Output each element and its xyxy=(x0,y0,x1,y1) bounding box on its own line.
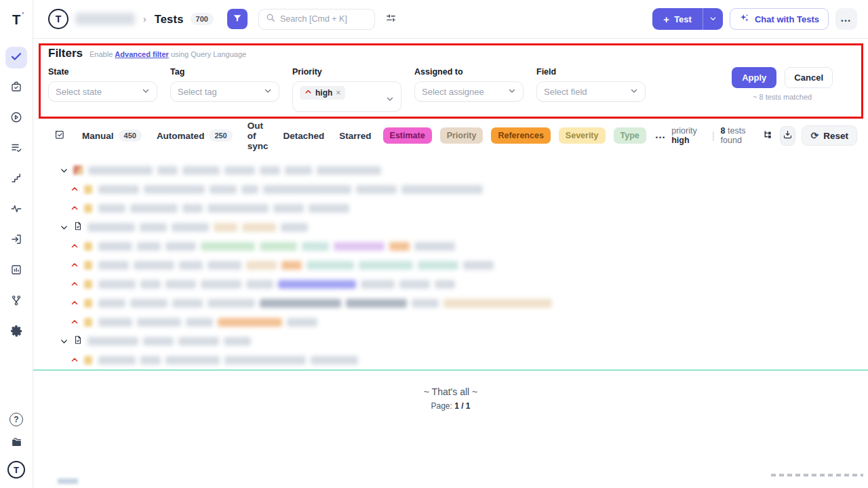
test-row[interactable] xyxy=(59,199,857,218)
toolbar-more-button[interactable]: ••• xyxy=(650,130,671,142)
chip-close-icon[interactable]: × xyxy=(336,88,340,98)
plus-icon: + xyxy=(663,14,669,25)
blurred-text xyxy=(399,280,430,289)
assigned-select[interactable]: Select assignee xyxy=(414,81,524,102)
test-row[interactable] xyxy=(59,293,857,312)
suite-row[interactable] xyxy=(59,218,857,237)
blurred-text xyxy=(463,261,494,270)
blurred-text xyxy=(260,299,341,308)
suite-row[interactable] xyxy=(59,331,857,350)
suite-row[interactable] xyxy=(59,161,857,180)
field-select[interactable]: Select field xyxy=(536,81,646,102)
logo-icon[interactable]: T' xyxy=(7,461,25,479)
briefcase-check-icon xyxy=(10,81,22,96)
project-logo[interactable]: T' xyxy=(48,9,68,29)
priority-chip[interactable]: high × xyxy=(300,86,345,100)
filter-toggle-button[interactable] xyxy=(227,9,248,29)
sidebar-item-tests[interactable] xyxy=(5,47,27,68)
tree-view-button[interactable] xyxy=(763,129,774,142)
field-badge-references[interactable]: References xyxy=(491,127,550,144)
search-box[interactable] xyxy=(258,9,375,30)
chevron-down-icon[interactable] xyxy=(59,337,68,346)
header-more-button[interactable]: ••• xyxy=(835,8,857,30)
blurred-text xyxy=(98,280,136,289)
subtitle-prefix: Enable xyxy=(90,50,113,58)
select-all-icon xyxy=(54,129,65,142)
field-badge-severity[interactable]: Severity xyxy=(559,127,606,144)
cancel-button[interactable]: Cancel xyxy=(785,67,833,88)
sidebar-item-runs[interactable] xyxy=(5,108,27,129)
blurred-text xyxy=(214,223,237,232)
chevron-down-icon[interactable] xyxy=(59,223,68,232)
tab-out-of-sync[interactable]: Out of sync xyxy=(240,117,276,155)
tab-automated[interactable]: Automated250 xyxy=(149,125,240,146)
import-icon xyxy=(10,233,22,248)
project-name-blurred[interactable] xyxy=(75,13,135,25)
blurred-text xyxy=(130,204,178,213)
sidebar-item-analytics[interactable] xyxy=(5,260,27,282)
download-button[interactable] xyxy=(780,126,795,146)
field-badge-type[interactable]: Type xyxy=(614,127,646,144)
sidebar-item-plans[interactable] xyxy=(5,138,27,160)
summary-value: high xyxy=(671,136,689,145)
blurred-text xyxy=(208,204,269,213)
test-row[interactable] xyxy=(59,256,857,274)
list-check-icon xyxy=(10,142,22,157)
new-test-label: Test xyxy=(674,14,692,24)
blurred-text xyxy=(281,223,308,232)
advanced-filter-link[interactable]: Advanced filter xyxy=(115,50,168,58)
blurred-text xyxy=(356,185,397,194)
blurred-text xyxy=(401,185,483,194)
chevron-down-icon[interactable] xyxy=(59,166,68,175)
test-row[interactable] xyxy=(59,237,857,256)
test-row[interactable] xyxy=(59,180,857,199)
page-title: Tests xyxy=(155,13,184,26)
select-all-button[interactable] xyxy=(54,129,65,142)
blurred-text xyxy=(98,318,132,327)
field-badge-estimate[interactable]: Estimate xyxy=(383,127,432,144)
folders-icon[interactable] xyxy=(10,436,23,451)
blurred-text xyxy=(317,166,381,175)
new-test-dropdown[interactable] xyxy=(703,8,723,30)
sidebar-item-pulse[interactable] xyxy=(5,199,27,221)
test-row[interactable] xyxy=(59,274,857,293)
priority-high-icon xyxy=(70,204,79,212)
sidebar-item-settings[interactable] xyxy=(5,321,27,343)
chat-with-tests-button[interactable]: Chat with Tests xyxy=(730,8,829,30)
view-settings-button[interactable] xyxy=(382,9,401,28)
test-row[interactable] xyxy=(59,350,857,369)
steps-icon xyxy=(10,172,22,187)
blurred-text xyxy=(98,299,125,308)
apply-button[interactable]: Apply xyxy=(732,67,776,88)
sidebar-item-suites[interactable] xyxy=(5,77,27,99)
blurred-text xyxy=(260,166,280,175)
field-badge-priority[interactable]: Priority xyxy=(440,127,484,144)
main-area: T' › Tests 700 xyxy=(33,0,868,488)
filter-group-priority: Priority high × xyxy=(292,67,414,112)
sidebar-item-steps[interactable] xyxy=(5,169,27,190)
blurred-text xyxy=(137,318,181,327)
tag-select[interactable]: Select tag xyxy=(170,81,279,102)
tab-detached[interactable]: Detached xyxy=(276,127,332,145)
help-icon[interactable]: ? xyxy=(9,413,23,426)
new-test-split-button[interactable]: +Test xyxy=(652,8,723,30)
blurred-star xyxy=(84,185,92,194)
tab-manual[interactable]: Manual450 xyxy=(75,125,149,146)
sidebar-item-branches[interactable] xyxy=(5,291,27,312)
test-row[interactable] xyxy=(59,312,857,331)
search-input[interactable] xyxy=(280,14,361,24)
tab-label: Starred xyxy=(339,131,371,141)
play-circle-icon xyxy=(10,111,22,126)
priority-select[interactable]: high × xyxy=(292,81,401,112)
gear-icon xyxy=(10,325,23,340)
blurred-text xyxy=(172,299,203,308)
state-select[interactable]: Select state xyxy=(48,81,157,102)
filter-summary: priority high xyxy=(671,126,706,145)
sidebar-item-import[interactable] xyxy=(5,230,27,251)
tag-label: Tag xyxy=(170,67,292,77)
blurred-star xyxy=(84,280,92,289)
sidebar-nav xyxy=(5,47,27,343)
reset-button[interactable]: ⟳ Reset xyxy=(802,125,857,146)
blurred-text xyxy=(389,242,410,251)
tab-starred[interactable]: Starred xyxy=(332,127,378,145)
